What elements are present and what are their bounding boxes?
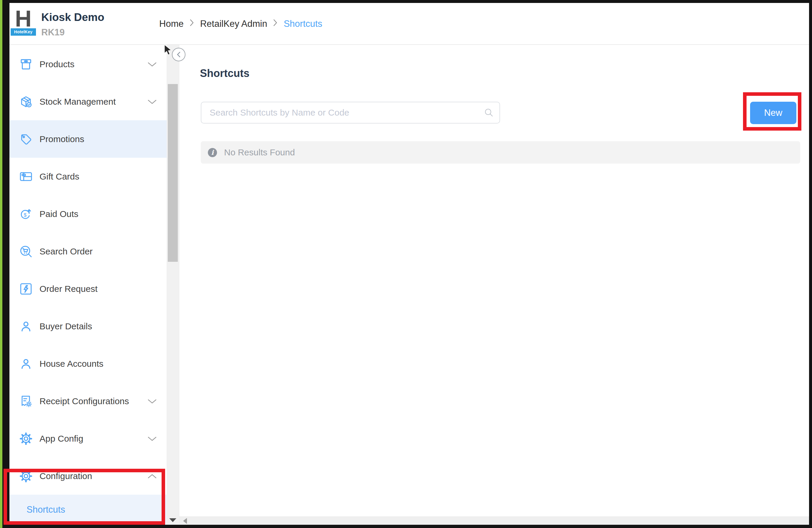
hotelkey-logo: H [14, 7, 33, 30]
gear-icon [19, 431, 33, 446]
left-edge-strip [0, 0, 2, 528]
sidebar-item-label: Products [40, 59, 74, 69]
svg-text:$: $ [24, 212, 27, 218]
sidebar-item-buyer-details[interactable]: Buyer Details [10, 307, 166, 345]
chevron-right-icon [273, 18, 278, 29]
search-input[interactable] [201, 102, 500, 123]
search-field-wrap [201, 102, 500, 123]
sidebar-item-promotions[interactable]: Promotions [10, 120, 166, 158]
sidebar-item-stock-management[interactable]: Stock Management [10, 83, 166, 120]
info-icon: i [208, 148, 217, 157]
sidebar-item-app-config[interactable]: App Config [10, 420, 166, 457]
sidebar-item-gift-cards[interactable]: Gift Cards [10, 158, 166, 195]
property-title: Kiosk Demo [41, 11, 104, 24]
hotelkey-logo-label: HotelKey [11, 28, 36, 36]
main-content: Shortcuts New i No Results Found [179, 45, 809, 516]
sidebar-item-products[interactable]: Products [10, 45, 166, 83]
breadcrumb: Home RetailKey Admin Shortcuts [159, 3, 322, 45]
annotation-box-configuration [3, 469, 165, 525]
sidebar-scrollbar-track[interactable] [166, 45, 179, 525]
sidebar-item-label: Buyer Details [40, 321, 92, 331]
chevron-right-icon [190, 18, 194, 29]
sidebar-item-paid-outs[interactable]: $ Paid Outs [10, 195, 166, 233]
mouse-cursor [164, 45, 174, 56]
no-results-text: No Results Found [224, 147, 295, 158]
chevron-left-icon [176, 51, 181, 58]
gift-card-icon [19, 170, 33, 184]
products-box-icon [19, 57, 33, 71]
screenshot-frame: H HotelKey Kiosk Demo RK19 Home RetailKe… [0, 0, 812, 528]
sidebar-nav: Products Stock Management [10, 45, 166, 525]
top-header: H HotelKey Kiosk Demo RK19 Home RetailKe… [10, 3, 809, 45]
breadcrumb-home[interactable]: Home [159, 18, 184, 29]
sidebar-item-label: Search Order [40, 247, 92, 256]
order-request-icon [19, 282, 33, 296]
receipt-gear-icon [19, 394, 33, 408]
stock-package-icon [19, 94, 33, 109]
breadcrumb-retailkey-admin[interactable]: RetailKey Admin [200, 18, 267, 29]
chevron-down-icon [147, 99, 157, 105]
sidebar-item-label: House Accounts [40, 359, 103, 369]
property-code: RK19 [41, 27, 64, 38]
paid-outs-icon: $ [19, 207, 33, 221]
scroll-left-arrow-icon[interactable] [183, 518, 187, 524]
annotation-box-new-button [743, 92, 801, 131]
promotions-tag-icon [19, 132, 33, 146]
sidebar-item-label: Paid Outs [40, 209, 78, 219]
chevron-down-icon [147, 62, 157, 67]
chevron-down-icon [147, 436, 157, 442]
sidebar-item-label: Receipt Configurations [40, 396, 129, 406]
person-icon [19, 319, 33, 334]
sidebar-item-label: Order Request [40, 284, 98, 294]
no-results-banner: i No Results Found [201, 141, 800, 164]
retailkey-admin-app: H HotelKey Kiosk Demo RK19 Home RetailKe… [10, 3, 809, 525]
sidebar-item-house-accounts[interactable]: House Accounts [10, 345, 166, 382]
sidebar-item-label: Promotions [40, 134, 84, 144]
sidebar-item-order-request[interactable]: Order Request [10, 270, 166, 307]
page-title: Shortcuts [200, 67, 249, 79]
search-icon [484, 108, 494, 117]
sidebar-item-receipt-configurations[interactable]: Receipt Configurations [10, 382, 166, 420]
search-order-icon [19, 245, 33, 259]
sidebar-item-label: App Config [40, 434, 83, 444]
chevron-down-icon [147, 399, 157, 404]
sidebar-item-search-order[interactable]: Search Order [10, 233, 166, 270]
scroll-down-arrow-icon[interactable] [169, 518, 176, 522]
sidebar-item-label: Stock Management [40, 97, 116, 107]
person-icon [19, 357, 33, 371]
sidebar-scrollbar-thumb[interactable] [168, 84, 178, 262]
breadcrumb-shortcuts[interactable]: Shortcuts [284, 18, 322, 29]
sidebar-item-label: Gift Cards [40, 172, 79, 181]
horizontal-scrollbar-track[interactable] [179, 516, 809, 525]
